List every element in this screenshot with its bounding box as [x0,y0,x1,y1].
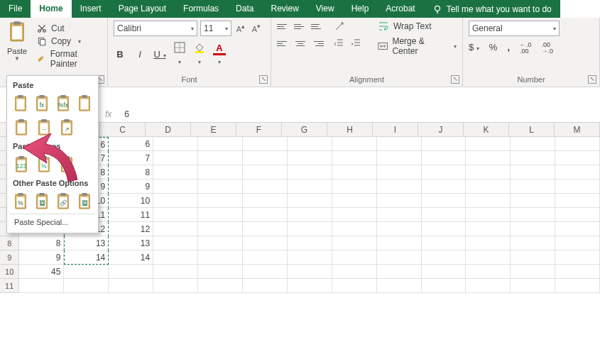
cell[interactable] [243,236,288,250]
cell[interactable] [64,279,109,293]
cell[interactable] [466,250,511,265]
align-right-icon[interactable] [311,38,324,49]
cell[interactable] [198,279,243,293]
paste-option-icon[interactable]: 123 [11,154,31,175]
cell[interactable] [243,165,288,180]
format-painter-button[interactable]: Format Painter [37,49,102,69]
paste-option-icon[interactable]: 🖼 [75,191,94,212]
decrease-decimal-button[interactable]: .00→.0 [542,42,554,55]
cell[interactable] [511,250,555,265]
row-header[interactable]: 8 [0,236,19,250]
cell[interactable] [466,151,511,165]
cell[interactable] [555,151,600,165]
col-header[interactable]: L [509,123,555,136]
cell[interactable] [243,180,288,194]
paste-option-icon[interactable]: %fx [54,93,72,114]
cell[interactable]: 45 [19,265,64,279]
cell[interactable] [466,194,511,208]
cell[interactable] [422,279,467,293]
cell[interactable] [422,208,467,222]
paste-option-icon[interactable] [11,93,30,114]
tab-acrobat[interactable]: Acrobat [377,0,423,18]
cell[interactable] [19,279,64,293]
row-header[interactable]: 11 [0,279,19,293]
row-header[interactable]: 10 [0,265,19,279]
cell[interactable] [332,279,377,293]
cell[interactable] [153,165,198,180]
cell[interactable] [288,250,332,265]
paste-option-icon[interactable]: % [34,154,54,175]
cell[interactable] [332,180,377,194]
cell[interactable]: 8 [109,165,153,180]
cell[interactable] [288,137,332,151]
cell[interactable] [243,265,288,279]
increase-indent-icon[interactable] [351,38,364,49]
cell[interactable] [555,137,600,151]
cell[interactable] [377,236,422,250]
cell[interactable] [332,222,377,236]
paste-button[interactable]: Paste ▼ [4,21,30,62]
cell[interactable]: 13 [109,236,153,250]
cell[interactable] [243,151,288,165]
paste-option-icon[interactable]: fx [33,93,51,114]
paste-option-icon[interactable]: 🔗 [54,191,72,212]
cell[interactable] [422,222,467,236]
orientation-icon[interactable] [334,21,347,32]
cell[interactable] [332,236,377,250]
cell[interactable] [332,208,377,222]
cell[interactable]: 9 [109,180,153,194]
tab-page-layout[interactable]: Page Layout [110,0,175,18]
cell[interactable] [511,165,555,180]
cell[interactable] [198,165,243,180]
cell[interactable] [288,165,332,180]
tell-me[interactable]: Tell me what you want to do [424,0,560,18]
cell[interactable] [243,208,288,222]
cell[interactable] [422,265,467,279]
cell[interactable] [422,250,467,265]
cell[interactable]: 9 [19,250,64,265]
col-header[interactable]: C [100,123,146,136]
cell[interactable] [332,265,377,279]
col-header[interactable]: E [191,123,236,136]
align-top-icon[interactable] [277,21,290,32]
col-header[interactable]: K [464,123,509,136]
paste-option-icon[interactable]: % [11,191,30,212]
cell[interactable] [555,208,600,222]
cell[interactable] [243,222,288,236]
underline-button[interactable]: U ▾ [153,49,166,60]
cell[interactable] [466,222,511,236]
font-color-button[interactable]: A▾ [213,43,226,66]
cell[interactable] [332,250,377,265]
cell[interactable] [198,236,243,250]
cell[interactable] [422,236,467,250]
cell[interactable] [198,180,243,194]
cell[interactable] [377,194,422,208]
col-header[interactable]: D [146,123,191,136]
cell[interactable] [422,180,467,194]
col-header[interactable]: I [373,123,418,136]
cell[interactable] [153,180,198,194]
cell[interactable] [377,180,422,194]
increase-font-icon[interactable]: A▴ [234,22,247,35]
decrease-font-icon[interactable]: A▾ [250,22,263,35]
number-format-select[interactable]: General▾ [469,21,560,36]
currency-button[interactable]: $ ▾ [469,42,479,55]
comma-button[interactable]: , [507,42,510,55]
cell[interactable] [288,180,332,194]
row-header[interactable]: 9 [0,250,19,265]
cell[interactable] [555,194,600,208]
paste-option-icon[interactable]: 🖼 [33,191,51,212]
cell[interactable] [377,208,422,222]
cell[interactable] [422,194,467,208]
fill-color-button[interactable]: ▾ [193,42,206,66]
paste-special-button[interactable]: Paste Special... [10,214,95,230]
cell[interactable] [466,180,511,194]
tab-view[interactable]: View [307,0,343,18]
cell[interactable] [64,265,109,279]
align-bottom-icon[interactable] [311,21,324,32]
cell[interactable] [422,151,467,165]
dialog-launcher-icon[interactable]: ⤡ [259,75,268,84]
cell[interactable] [555,222,600,236]
cell[interactable] [377,265,422,279]
cell[interactable] [422,137,467,151]
